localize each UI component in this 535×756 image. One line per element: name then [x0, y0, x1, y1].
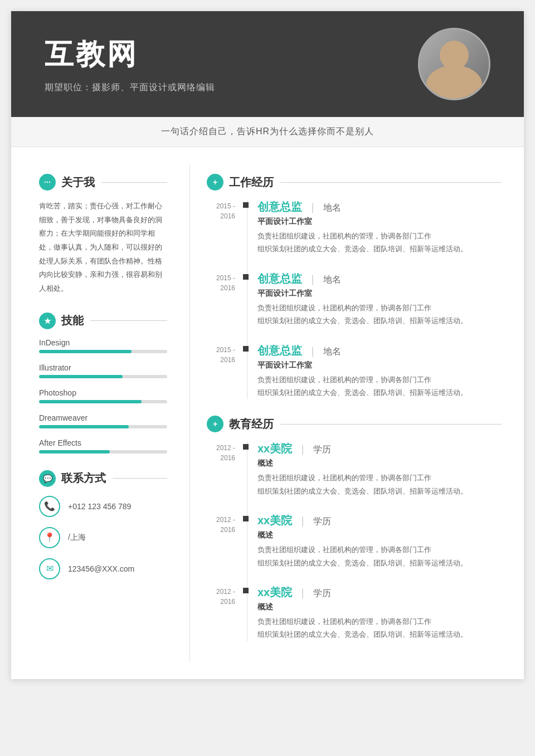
- edu-date: 2012 -2016: [207, 513, 243, 569]
- work-date: 2015 -2016: [207, 343, 243, 399]
- work-icon: +: [207, 174, 223, 191]
- left-column: ··· 关于我 肯吃苦，踏实；责任心强，对工作耐心细致，善于发现，对事物具备良好…: [11, 164, 184, 662]
- skills-icon: ★: [39, 313, 56, 329]
- work-title-line: [280, 182, 502, 183]
- edu-date: 2012 -2016: [207, 585, 243, 641]
- work-date: 2015 -2016: [207, 199, 243, 256]
- work-separator: ｜: [308, 344, 318, 358]
- education-timeline: 2012 -2016 xx美院 ｜ 学历 概述 负责社团组织建设，社团机构的管理…: [207, 441, 502, 641]
- work-content: 创意总监 ｜ 地名 平面设计工作室 负责社团组织建设，社团机构的管理，协调各部门…: [257, 343, 502, 399]
- contact-title-line: [113, 478, 167, 479]
- contact-item: ✉ 123456@XXX.com: [39, 558, 167, 579]
- skill-bar-fill: [39, 400, 142, 403]
- work-content: 创意总监 ｜ 地名 平面设计工作室 负责社团组织建设，社团机构的管理，协调各部门…: [257, 199, 502, 256]
- work-title-row: 创意总监 ｜ 地名: [257, 271, 502, 286]
- header-position: 期望职位：摄影师、平面设计或网络编辑: [45, 82, 418, 94]
- about-icon: ···: [39, 174, 56, 191]
- work-location: 地名: [323, 274, 341, 286]
- work-dot: [243, 274, 249, 280]
- skill-item: After Effects: [39, 438, 167, 453]
- work-title-row: 创意总监 ｜ 地名: [257, 199, 502, 214]
- contact-icon-symbol: 📍: [44, 532, 55, 543]
- skill-item: InDesign: [39, 338, 167, 353]
- skills-title-text: 技能: [61, 313, 84, 328]
- edu-entry: 2012 -2016 xx美院 ｜ 学历 概述 负责社团组织建设，社团机构的管理…: [207, 585, 502, 641]
- edu-separator: ｜: [298, 514, 308, 528]
- skill-name: After Effects: [39, 438, 167, 447]
- edu-content: xx美院 ｜ 学历 概述 负责社团组织建设，社团机构的管理，协调各部门工作组织策…: [257, 585, 502, 641]
- right-column: + 工作经历 2015 -2016 创意总监 ｜ 地名 平面设计工作室 负责社团…: [189, 164, 524, 662]
- work-location: 地名: [323, 202, 341, 214]
- work-title: 创意总监: [257, 199, 302, 214]
- edu-date: 2012 -2016: [207, 441, 243, 498]
- header: 互教网 期望职位：摄影师、平面设计或网络编辑: [11, 11, 524, 117]
- edu-subtitle: 概述: [257, 530, 502, 540]
- skill-name: Illustrator: [39, 363, 167, 372]
- skill-bar-fill: [39, 350, 132, 353]
- header-name: 互教网: [45, 35, 418, 74]
- edu-location: 学历: [313, 444, 331, 456]
- about-text: 肯吃苦，踏实；责任心强，对工作耐心细致，善于发现，对事物具备良好的洞察力；在大学…: [39, 199, 167, 296]
- work-separator: ｜: [308, 201, 318, 214]
- work-desc: 负责社团组织建设，社团机构的管理，协调各部门工作组织策划社团的成立大会、竞选会、…: [257, 301, 502, 328]
- work-title-text: 工作经历: [229, 175, 274, 190]
- skills-title-line: [90, 320, 167, 321]
- education-timeline-entries: 2012 -2016 xx美院 ｜ 学历 概述 负责社团组织建设，社团机构的管理…: [207, 441, 502, 641]
- education-title-line: [280, 424, 502, 425]
- edu-desc: 负责社团组织建设，社团机构的管理，协调各部门工作组织策划社团的成立大会、竞选会、…: [257, 615, 502, 641]
- work-timeline: 2015 -2016 创意总监 ｜ 地名 平面设计工作室 负责社团组织建设，社团…: [207, 199, 502, 399]
- education-title-text: 教育经历: [229, 417, 274, 432]
- edu-title-row: xx美院 ｜ 学历: [257, 513, 502, 528]
- avatar: [418, 28, 490, 100]
- education-icon: +: [207, 416, 223, 432]
- contact-icon-wrap: 📍: [39, 527, 60, 548]
- edu-title: xx美院: [257, 441, 292, 456]
- contact-item: 📞 +012 123 456 789: [39, 496, 167, 517]
- work-separator: ｜: [308, 272, 318, 286]
- work-subtitle: 平面设计工作室: [257, 289, 502, 299]
- edu-subtitle: 概述: [257, 602, 502, 612]
- skill-name: Dreamweaver: [39, 413, 167, 422]
- edu-location: 学历: [313, 588, 331, 599]
- edu-entry: 2012 -2016 xx美院 ｜ 学历 概述 负责社团组织建设，社团机构的管理…: [207, 513, 502, 569]
- skill-item: Illustrator: [39, 363, 167, 378]
- skill-bar-fill: [39, 375, 123, 378]
- contact-icon-wrap: ✉: [39, 558, 60, 579]
- edu-subtitle: 概述: [257, 459, 502, 469]
- skills-section-title: ★ 技能: [39, 313, 167, 329]
- contact-list: 📞 +012 123 456 789 📍 /上海 ✉ 123456@XXX.co…: [39, 496, 167, 579]
- edu-title: xx美院: [257, 513, 292, 528]
- contact-section-title: 💬 联系方式: [39, 470, 167, 487]
- work-dot: [243, 202, 249, 208]
- skill-bar-bg: [39, 425, 167, 428]
- work-timeline-entries: 2015 -2016 创意总监 ｜ 地名 平面设计工作室 负责社团组织建设，社团…: [207, 199, 502, 399]
- contact-icon-wrap: 📞: [39, 496, 60, 517]
- skill-name: Photoshop: [39, 388, 167, 397]
- main-body: ··· 关于我 肯吃苦，踏实；责任心强，对工作耐心细致，善于发现，对事物具备良好…: [11, 147, 524, 679]
- skill-item: Photoshop: [39, 388, 167, 403]
- edu-location: 学历: [313, 516, 331, 528]
- edu-title-row: xx美院 ｜ 学历: [257, 441, 502, 456]
- work-section-title: + 工作经历: [207, 174, 502, 191]
- contact-text: /上海: [68, 533, 86, 543]
- contact-icon-symbol: 📞: [44, 501, 55, 511]
- edu-title: xx美院: [257, 585, 292, 600]
- edu-content: xx美院 ｜ 学历 概述 负责社团组织建设，社团机构的管理，协调各部门工作组织策…: [257, 513, 502, 569]
- skill-item: Dreamweaver: [39, 413, 167, 428]
- work-entry: 2015 -2016 创意总监 ｜ 地名 平面设计工作室 负责社团组织建设，社团…: [207, 343, 502, 399]
- contact-text: +012 123 456 789: [68, 502, 131, 511]
- edu-separator: ｜: [298, 442, 308, 456]
- about-title-line: [101, 182, 167, 183]
- edu-separator: ｜: [298, 586, 308, 599]
- contact-item: 📍 /上海: [39, 527, 167, 548]
- work-desc: 负责社团组织建设，社团机构的管理，协调各部门工作组织策划社团的成立大会、竞选会、…: [257, 230, 502, 256]
- about-title-text: 关于我: [61, 175, 95, 190]
- avatar-body: [426, 65, 482, 99]
- tagline: 一句话介绍自己，告诉HR为什么选择你而不是别人: [11, 117, 524, 147]
- skills-list: InDesign Illustrator Photoshop Dreamweav…: [39, 338, 167, 453]
- avatar-image: [420, 30, 489, 99]
- skill-bar-bg: [39, 400, 167, 403]
- edu-desc: 负责社团组织建设，社团机构的管理，协调各部门工作组织策划社团的成立大会、竞选会、…: [257, 471, 502, 498]
- work-entry: 2015 -2016 创意总监 ｜ 地名 平面设计工作室 负责社团组织建设，社团…: [207, 271, 502, 328]
- header-left: 互教网 期望职位：摄影师、平面设计或网络编辑: [45, 35, 418, 94]
